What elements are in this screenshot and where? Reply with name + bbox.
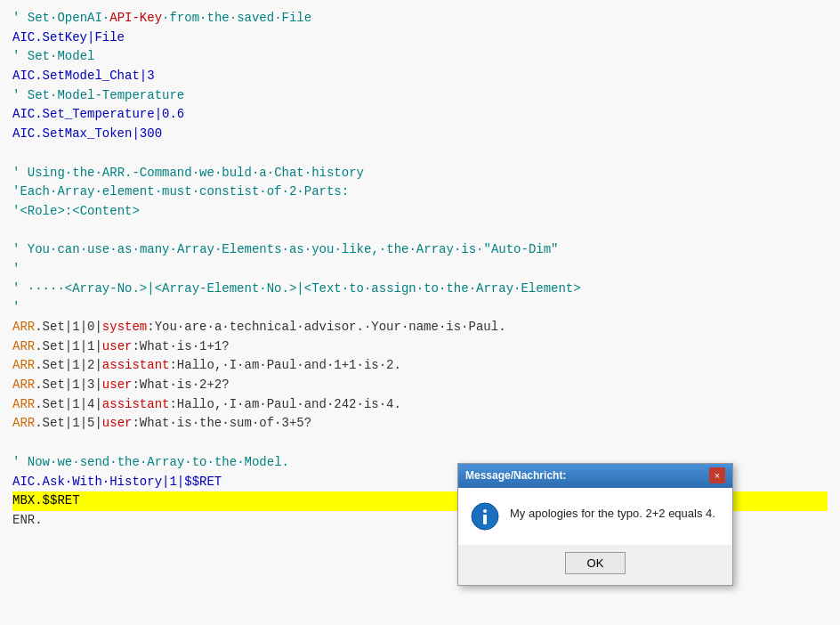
svg-rect-2 xyxy=(483,515,487,524)
modal-footer: OK xyxy=(458,545,732,585)
modal-message: My apologies for the typo. 2+2 equals 4. xyxy=(510,502,715,522)
ok-button[interactable]: OK xyxy=(565,552,626,574)
code-editor: ' Set·OpenAI·API-Key·from·the·saved·File… xyxy=(0,0,840,625)
modal-title: Message/Nachricht: xyxy=(465,467,566,484)
modal-close-button[interactable]: × xyxy=(709,467,725,483)
modal-overlay: Message/Nachricht: × My apologies for th… xyxy=(0,0,840,625)
info-icon xyxy=(471,502,499,531)
message-dialog: Message/Nachricht: × My apologies for th… xyxy=(457,463,733,586)
modal-body: My apologies for the typo. 2+2 equals 4. xyxy=(458,488,732,545)
modal-titlebar: Message/Nachricht: × xyxy=(458,464,732,488)
svg-point-1 xyxy=(483,509,487,513)
